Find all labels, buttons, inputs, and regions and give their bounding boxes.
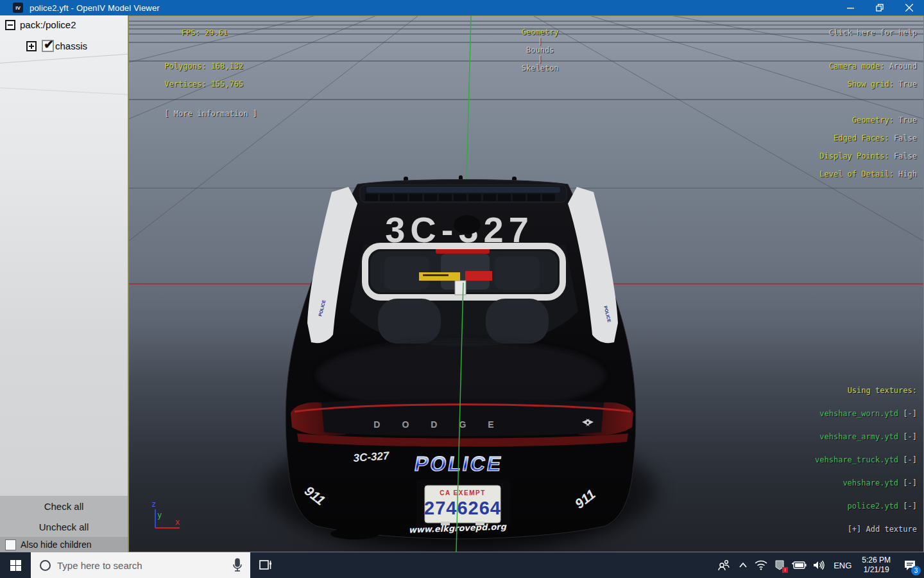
more-information-link[interactable]: [ More information ] <box>164 109 257 118</box>
divider <box>0 52 128 64</box>
cortana-icon <box>40 560 51 571</box>
axis-gizmo: z y x <box>151 500 180 528</box>
window-title: police2.yft - OpenIV Model Viewer <box>30 3 160 13</box>
chassis-checkbox[interactable]: ✔ <box>42 40 54 52</box>
tree-item-label[interactable]: pack:/police2 <box>20 19 76 30</box>
search-input[interactable]: Type here to search <box>31 552 250 578</box>
texture-remove-link[interactable]: [-] <box>903 502 917 511</box>
textures-overlay: Using textures: vehshare_worn.ytd [-] ve… <box>787 373 917 547</box>
task-view-button[interactable] <box>250 552 281 578</box>
close-button[interactable] <box>894 0 924 15</box>
axis-y-label: y <box>157 511 162 520</box>
yellow-sticker <box>419 272 460 281</box>
notification-tray-app-icon[interactable]: ! <box>771 552 789 578</box>
search-placeholder: Type here to search <box>57 560 142 571</box>
lightbar <box>360 185 567 202</box>
axis-z-label: z <box>151 500 156 509</box>
texture-name[interactable]: vehshare_worn.ytd <box>819 409 898 418</box>
settings-overlay: Click here for help Camera mode: Around … <box>792 19 917 188</box>
police-car-model[interactable]: POLICE POLICE <box>286 175 636 539</box>
microphone-icon[interactable] <box>232 558 243 572</box>
plate-region: CA EXEMPT <box>440 489 485 496</box>
sticker-text <box>423 274 449 276</box>
texture-row: police2.ytd [-] <box>848 502 917 511</box>
uncheck-all-button[interactable]: Uncheck all <box>0 516 128 537</box>
check-all-button[interactable]: Check all <box>0 496 128 516</box>
texture-name[interactable]: vehshare_truck.ytd <box>815 455 898 464</box>
time: 5:26 PM <box>862 556 891 565</box>
alert-badge: ! <box>782 567 788 573</box>
trunk-number: 3C-327 <box>353 450 390 464</box>
tab-skeleton[interactable]: Skeleton <box>522 64 559 73</box>
windows-taskbar: Type here to search <box>0 552 924 578</box>
title-bar[interactable]: IV police2.yft - OpenIV Model Viewer <box>0 0 924 15</box>
also-hide-children-checkbox[interactable] <box>5 539 16 550</box>
setting-camera-mode[interactable]: Camera mode: Around <box>829 62 917 71</box>
tab-bounds[interactable]: Bounds <box>526 46 554 55</box>
taillight-assembly: DODGE <box>291 399 633 447</box>
plate-number: 2746264 <box>424 498 501 518</box>
expand-icon[interactable] <box>26 41 37 51</box>
setting-edged-faces[interactable]: Edged Faces: False <box>834 134 917 143</box>
rear-window <box>350 245 578 346</box>
also-hide-children-label: Also hide children <box>21 539 92 550</box>
left-headrest <box>378 299 441 344</box>
action-center-button[interactable]: 3 <box>896 552 924 578</box>
setting-show-grid[interactable]: Show grid: True <box>848 80 917 89</box>
texture-row: vehshare_army.ytd [-] <box>819 432 917 441</box>
setting-level-of-detail[interactable]: Level of Detail: High <box>819 170 917 179</box>
wifi-icon[interactable] <box>751 552 771 578</box>
tree-item-root[interactable]: pack:/police2 <box>5 19 76 30</box>
setting-geometry[interactable]: Geometry: True <box>852 116 917 125</box>
red-sticker <box>465 271 492 281</box>
model-tree-panel: pack:/police2 ✔ chassis Check all Unchec… <box>0 15 128 552</box>
restore-button[interactable] <box>865 0 894 15</box>
tree-item-chassis[interactable]: ✔ chassis <box>26 40 87 52</box>
add-texture-link[interactable]: [+] Add texture <box>848 525 917 534</box>
openiv-model-viewer-window: IV police2.yft - OpenIV Model Viewer pac… <box>0 0 924 578</box>
texture-name[interactable]: vehshare.ytd <box>843 478 898 487</box>
language-indicator[interactable]: ENG <box>828 552 857 578</box>
help-link[interactable]: Click here for help <box>829 28 917 37</box>
tree-item-label[interactable]: chassis <box>55 40 87 51</box>
textures-header: Using textures: <box>848 386 917 395</box>
texture-row: vehshare_truck.ytd [-] <box>815 455 917 464</box>
collapse-icon[interactable] <box>5 20 15 30</box>
3d-viewport[interactable]: POLICE POLICE <box>128 15 924 552</box>
right-headrest <box>486 299 549 344</box>
notification-count-badge: 3 <box>911 566 921 575</box>
volume-icon[interactable] <box>809 552 828 578</box>
brand-letters: DODGE <box>373 419 515 430</box>
texture-name[interactable]: police2.ytd <box>848 502 898 511</box>
texture-remove-link[interactable]: [-] <box>903 409 917 418</box>
tab-geometry[interactable]: Geometry <box>522 28 559 37</box>
people-icon[interactable] <box>713 552 735 578</box>
right-seat <box>495 256 540 290</box>
windows-logo-icon <box>10 560 21 571</box>
minimize-button[interactable] <box>835 0 865 15</box>
license-plate: CA EXEMPT 2746264 <box>416 480 510 527</box>
texture-remove-link[interactable]: [-] <box>903 478 917 487</box>
texture-name[interactable]: vehshare_army.ytd <box>819 432 898 441</box>
texture-remove-link[interactable]: [-] <box>903 432 917 441</box>
texture-row: vehshare_worn.ytd [-] <box>819 409 917 418</box>
app-icon: IV <box>13 3 23 13</box>
show-hidden-icons-chevron[interactable] <box>735 552 751 578</box>
check-icon: ✔ <box>44 39 54 51</box>
texture-remove-link[interactable]: [-] <box>903 455 917 464</box>
also-hide-children-row[interactable]: Also hide children <box>0 537 128 552</box>
date: 1/21/19 <box>862 565 891 575</box>
divider <box>0 87 128 96</box>
axis-x-label: x <box>175 518 180 527</box>
start-button[interactable] <box>0 552 31 578</box>
white-sticker <box>455 281 466 295</box>
texture-row: vehshare.ytd [-] <box>843 478 917 487</box>
roof-equipment <box>454 215 481 234</box>
battery-icon[interactable] <box>789 552 809 578</box>
clock[interactable]: 5:26 PM 1/21/19 <box>857 552 896 578</box>
exhaust <box>330 528 379 539</box>
setting-display-points[interactable]: Display Points: False <box>819 152 917 161</box>
